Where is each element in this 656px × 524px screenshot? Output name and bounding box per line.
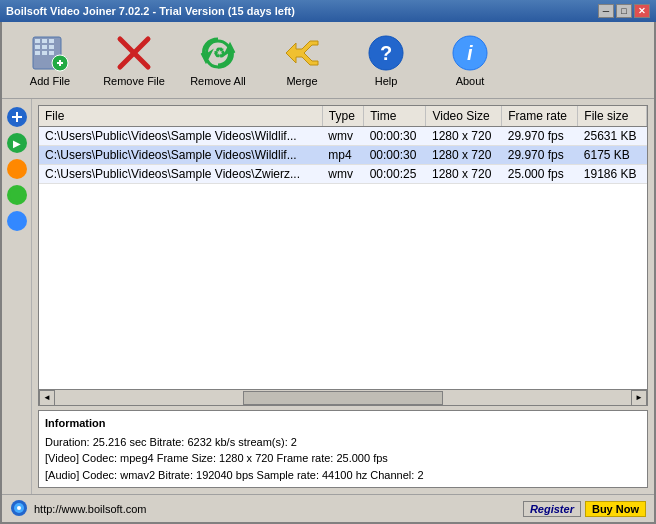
svg-point-26 [10,188,24,202]
col-videosize: Video Size [426,106,502,127]
register-button[interactable]: Register [523,501,581,517]
table-row[interactable]: C:\Users\Public\Videos\Sample Videos\Wil… [39,127,647,146]
sidebar-green1-icon[interactable]: ▶ [7,133,27,153]
col-time: Time [364,106,426,127]
table-cell: 29.970 fps [502,127,578,146]
table-header-row: File Type Time Video Size Frame rate Fil… [39,106,647,127]
maximize-button[interactable]: □ [616,4,632,18]
status-left: http://www.boilsoft.com [10,499,147,519]
table-cell: 19186 KB [578,165,647,184]
sidebar-orange-icon[interactable] [7,159,27,179]
remove-all-icon: ♻ [198,33,238,73]
col-file: File [39,106,322,127]
content-area: ▶ [2,99,654,494]
col-filesize: File size [578,106,647,127]
svg-rect-8 [42,51,47,55]
table-cell: 00:00:25 [364,165,426,184]
file-table-container[interactable]: File Type Time Video Size Frame rate Fil… [38,105,648,390]
table-cell: wmv [322,127,363,146]
svg-rect-9 [49,51,54,55]
svg-rect-12 [59,60,61,66]
minimize-button[interactable]: ─ [598,4,614,18]
scroll-left-button[interactable]: ◄ [39,390,55,406]
info-line1: Duration: 25.216 sec Bitrate: 6232 kb/s … [45,434,641,451]
title-buttons: ─ □ ✕ [598,4,650,18]
table-cell: 1280 x 720 [426,165,502,184]
col-framerate: Frame rate [502,106,578,127]
table-cell: 1280 x 720 [426,146,502,165]
main-panel: File Type Time Video Size Frame rate Fil… [32,99,654,494]
table-cell: 1280 x 720 [426,127,502,146]
svg-text:▶: ▶ [13,138,21,149]
sidebar-green2-icon[interactable] [7,185,27,205]
add-file-icon [30,33,70,73]
table-cell: mp4 [322,146,363,165]
file-table: File Type Time Video Size Frame rate Fil… [39,106,647,184]
toolbar: Add File Remove File ♻ Remove All [2,22,654,99]
table-cell: 25.000 fps [502,165,578,184]
main-window: Add File Remove File ♻ Remove All [0,22,656,524]
add-file-label: Add File [30,75,70,87]
website-url: http://www.boilsoft.com [34,503,147,515]
table-cell: 00:00:30 [364,146,426,165]
table-cell: 00:00:30 [364,127,426,146]
horizontal-scrollbar[interactable]: ◄ ► [38,390,648,406]
help-button[interactable]: ? Help [346,28,426,92]
help-icon: ? [366,33,406,73]
table-row[interactable]: C:\Users\Public\Videos\Sample Videos\Wil… [39,146,647,165]
scroll-right-button[interactable]: ► [631,390,647,406]
svg-point-27 [10,214,24,228]
svg-text:?: ? [380,42,392,64]
svg-rect-22 [16,112,18,122]
remove-file-label: Remove File [103,75,165,87]
help-label: Help [375,75,398,87]
svg-rect-5 [42,45,47,49]
svg-point-25 [10,162,24,176]
svg-rect-4 [35,45,40,49]
info-title: Information [45,415,641,432]
about-label: About [456,75,485,87]
status-right: Register Buy Now [523,501,646,517]
table-cell: 29.970 fps [502,146,578,165]
info-line3: [Audio] Codec: wmav2 Bitrate: 192040 bps… [45,467,641,484]
svg-rect-3 [49,39,54,43]
table-row[interactable]: C:\Users\Public\Videos\Sample Videos\Zwi… [39,165,647,184]
remove-file-button[interactable]: Remove File [94,28,174,92]
info-panel: Information Duration: 25.216 sec Bitrate… [38,410,648,488]
window-title: Boilsoft Video Joiner 7.02.2 - Trial Ver… [6,5,295,17]
title-bar: Boilsoft Video Joiner 7.02.2 - Trial Ver… [0,0,656,22]
table-cell: C:\Users\Public\Videos\Sample Videos\Wil… [39,146,322,165]
close-button[interactable]: ✕ [634,4,650,18]
table-cell: C:\Users\Public\Videos\Sample Videos\Wil… [39,127,322,146]
svg-text:♻: ♻ [213,45,226,61]
table-cell: C:\Users\Public\Videos\Sample Videos\Zwi… [39,165,322,184]
merge-button[interactable]: Merge [262,28,342,92]
svg-point-30 [17,506,21,510]
about-icon: i [450,33,490,73]
merge-label: Merge [286,75,317,87]
sidebar: ▶ [2,99,32,494]
add-file-button[interactable]: Add File [10,28,90,92]
svg-rect-6 [49,45,54,49]
col-type: Type [322,106,363,127]
table-cell: 6175 KB [578,146,647,165]
boilsoft-logo-icon [10,499,28,519]
svg-text:i: i [467,42,473,64]
svg-rect-7 [35,51,40,55]
sidebar-add-icon[interactable] [7,107,27,127]
merge-icon [282,33,322,73]
table-cell: 25631 KB [578,127,647,146]
buynow-button[interactable]: Buy Now [585,501,646,517]
sidebar-blue-icon[interactable] [7,211,27,231]
svg-rect-2 [42,39,47,43]
scroll-track[interactable] [55,390,631,405]
info-line2: [Video] Codec: mpeg4 Frame Size: 1280 x … [45,450,641,467]
status-bar: http://www.boilsoft.com Register Buy Now [2,494,654,522]
remove-file-icon [114,33,154,73]
svg-rect-1 [35,39,40,43]
remove-all-label: Remove All [190,75,246,87]
scroll-thumb[interactable] [243,391,443,405]
remove-all-button[interactable]: ♻ Remove All [178,28,258,92]
about-button[interactable]: i About [430,28,510,92]
table-cell: wmv [322,165,363,184]
